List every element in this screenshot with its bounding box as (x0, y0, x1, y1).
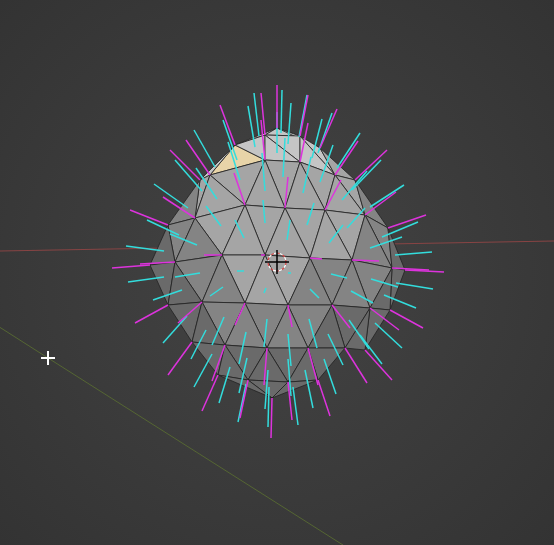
svg-line-175 (365, 350, 392, 380)
svg-line-125 (375, 323, 402, 348)
svg-line-102 (395, 252, 432, 255)
svg-line-132 (194, 354, 212, 387)
svg-line-78 (194, 130, 215, 167)
svg-line-123 (163, 316, 187, 343)
svg-line-178 (318, 380, 330, 416)
svg-line-179 (202, 375, 218, 411)
svg-line-156 (310, 258, 322, 259)
svg-line-173 (345, 348, 367, 383)
svg-line-89 (370, 185, 404, 207)
3d-viewport[interactable] (0, 0, 554, 545)
svg-line-114 (396, 283, 433, 289)
svg-line-168 (135, 305, 168, 323)
svg-line-68 (254, 93, 259, 136)
svg-line-69 (281, 90, 282, 133)
svg-line-161 (112, 265, 150, 268)
svg-marker-45 (390, 268, 405, 310)
svg-line-169 (390, 310, 423, 328)
svg-line-141 (320, 109, 337, 148)
axis-y-icon (0, 200, 48, 358)
svg-line-138 (220, 105, 235, 145)
svg-line-146 (355, 150, 387, 180)
svg-line-162 (405, 270, 444, 272)
viewport-canvas (0, 0, 554, 545)
svg-line-174 (168, 342, 192, 375)
svg-line-84 (352, 160, 381, 190)
svg-line-134 (268, 387, 269, 427)
svg-line-86 (175, 160, 202, 191)
svg-line-136 (293, 387, 298, 425)
origin-marker-icon (41, 351, 55, 365)
svg-line-88 (154, 184, 188, 208)
svg-line-180 (271, 398, 272, 438)
svg-line-157 (352, 260, 379, 261)
svg-line-153 (130, 210, 168, 225)
svg-line-145 (335, 141, 358, 175)
svg-line-77 (337, 133, 360, 168)
